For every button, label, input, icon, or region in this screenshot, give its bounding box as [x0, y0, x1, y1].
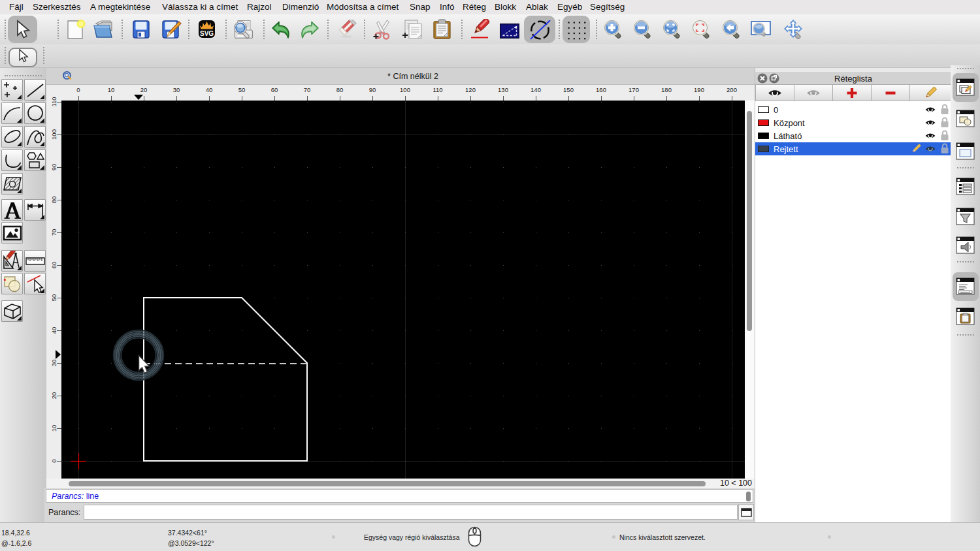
svg-text:SVG: SVG — [200, 29, 214, 37]
svg-text:command: command — [960, 291, 970, 294]
